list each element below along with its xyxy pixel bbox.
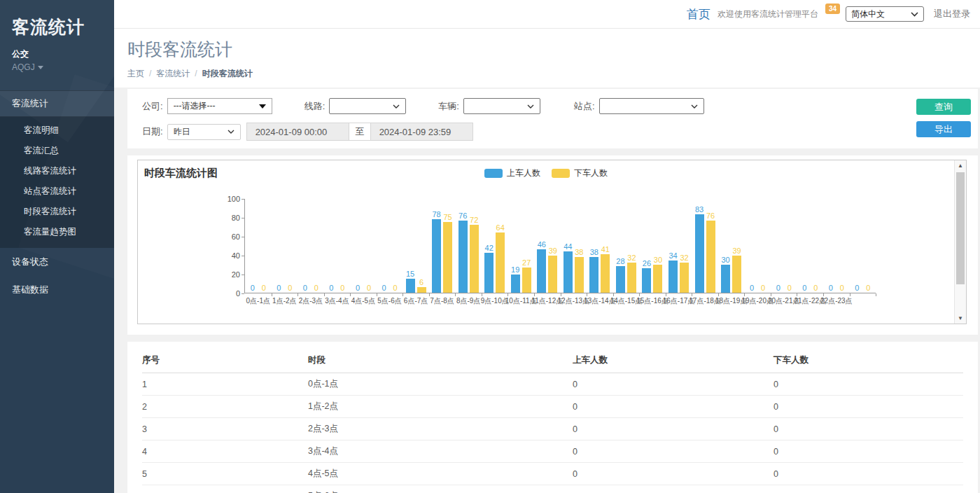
sidebar: 客流统计 公交 AQGJ 客流统计 客流明细客流汇总线路客流统计站点客流统计时段… [0,0,114,493]
language-select-value: 简体中文 [851,8,885,20]
sidebar-menu: 客流统计 客流明细客流汇总线路客流统计站点客流统计时段客流统计客流量趋势图 设备… [0,90,114,304]
bar-boarding [564,251,573,293]
bar-alighting [443,222,452,293]
scroll-down-arrow-icon[interactable]: ▼ [955,313,966,324]
breadcrumb: 主页/客流统计/时段客流统计 [127,68,980,80]
table-cell: 4 [142,440,308,463]
bar-wrapper: 0 [811,198,820,293]
sidebar-item-客流量趋势图[interactable]: 客流量趋势图 [0,222,114,242]
bar-alighting [417,287,426,293]
hourly-stats-table: 序号时段上车人数下车人数 10点-1点0021点-2点0032点-3点0043点… [142,347,963,493]
bar-value-label: 46 [538,241,546,249]
bar-value-label: 72 [470,216,478,224]
bar-wrapper: 15 [406,198,415,293]
bar-value-label: 19 [511,266,519,274]
sidebar-item-线路客流统计[interactable]: 线路客流统计 [0,161,114,181]
bar-value-label: 30 [721,256,729,264]
bar-group-12点-13点: 443812点-13点 [561,198,587,293]
date-label: 日期: [142,125,163,138]
table-row: 65点-6点00 [142,485,963,493]
sidebar-item-客流明细[interactable]: 客流明细 [0,120,114,141]
date-preset-select[interactable]: 昨日 [167,124,241,140]
page-title: 时段客流统计 [127,38,980,61]
bar-boarding [695,214,704,293]
date-from-input[interactable]: 2024-01-09 00:00 [246,123,349,141]
bar-wrapper: 30 [721,198,730,293]
bar-wrapper: 39 [732,198,741,293]
export-button[interactable]: 导出 [916,121,971,137]
table-cell: 0 [774,440,963,463]
legend-item-上车人数[interactable]: 上车人数 [484,167,540,179]
sidebar-item-站点客流统计[interactable]: 站点客流统计 [0,181,114,202]
bar-value-label: 0 [251,284,255,292]
x-axis-label: 9点-10点 [481,296,509,306]
sidebar-item-时段客流统计[interactable]: 时段客流统计 [0,202,114,222]
line-select[interactable] [329,98,406,114]
scrollbar-thumb[interactable] [956,172,965,284]
date-to-input[interactable]: 2024-01-09 23:59 [370,123,473,141]
bar-group-22点-23点: 0022点-23点 [823,198,850,293]
chevron-down-icon [38,66,43,69]
vehicle-select[interactable] [463,98,540,114]
y-axis-tick-label: 100 [219,195,240,203]
bar-boarding [458,221,468,293]
x-axis-label: 8点-9点 [456,296,480,306]
bar-value-label: 42 [485,244,493,252]
filter-panel: 公司: ---请选择--- 线路: 车辆: 站点: [127,89,978,148]
bar-value-label: 44 [564,243,572,251]
bar-group-3点-4点: 003点-4点 [324,198,351,293]
breadcrumb-item[interactable]: 主页 [127,69,144,78]
chart-vertical-scrollbar[interactable]: ▲ ▼ [954,160,966,324]
table-cell: 0 [573,463,774,485]
bar-value-label: 0 [340,284,344,292]
sidebar-section-passenger-stats[interactable]: 客流统计 [0,90,114,117]
table-cell: 4点-5点 [308,463,573,485]
company-select[interactable]: ---请选择--- [167,98,272,114]
bar-wrapper: 32 [680,198,689,293]
bar-alighting [627,263,636,293]
breadcrumb-item[interactable]: 客流统计 [156,69,190,78]
bar-value-label: 38 [590,249,598,256]
query-button[interactable]: 查询 [916,99,971,115]
bar-boarding [484,253,493,293]
scroll-up-arrow-icon[interactable]: ▲ [955,160,966,171]
topbar: 首页 欢迎使用客流统计管理平台 34 简体中文 退出登录 [114,0,980,29]
table-header-row: 序号时段上车人数下车人数 [142,347,963,373]
table-row: 54点-5点00 [142,463,963,485]
bar-value-label: 0 [855,284,859,292]
table-row: 10点-1点00 [142,373,963,396]
bar-boarding [589,257,598,293]
x-axis-label: 0点-1点 [246,296,270,306]
language-select[interactable]: 简体中文 [846,6,924,22]
filter-row-1: 公司: ---请选择--- 线路: 车辆: 站点: [142,98,978,114]
bar-value-label: 0 [276,284,281,292]
bar-boarding [721,265,730,293]
bar-alighting [575,257,584,293]
bar-group-19点-20点: 0019点-20点 [744,198,771,293]
x-axis-label: 7点-8点 [430,296,454,306]
x-axis-label: 2点-3点 [299,296,323,306]
station-select[interactable] [599,98,704,114]
legend-item-下车人数[interactable]: 下车人数 [552,167,608,179]
y-axis-tick-label: 60 [219,232,240,241]
bar-wrapper: 0 [379,198,388,293]
home-link[interactable]: 首页 [687,6,710,22]
bar-value-label: 75 [443,214,451,221]
logout-link[interactable]: 退出登录 [934,8,970,20]
sidebar-item-客流汇总[interactable]: 客流汇总 [0,141,114,161]
legend-swatch-icon [484,169,503,178]
sidebar-item-设备状态[interactable]: 设备状态 [0,248,114,276]
sidebar-extra-items: 设备状态基础数据 [0,248,114,304]
bar-value-label: 0 [813,284,818,292]
brand-title: 客流统计 [12,15,102,39]
sidebar-item-基础数据[interactable]: 基础数据 [0,276,114,304]
chevron-down-icon [393,104,400,109]
sidebar-submenu: 客流明细客流汇总线路客流统计站点客流统计时段客流统计客流量趋势图 [0,117,114,248]
bar-wrapper: 0 [338,198,347,293]
table-cell: 2 [142,396,308,418]
filter-row-2: 日期: 昨日 2024-01-09 00:00 至 2024-01-09 23:… [142,123,978,141]
x-axis-label: 4点-5点 [351,296,375,306]
org-code-dropdown[interactable]: AQGJ [12,62,102,72]
bar-wrapper: 0 [774,198,783,293]
bar-group-8点-9点: 76728点-9点 [455,198,482,293]
